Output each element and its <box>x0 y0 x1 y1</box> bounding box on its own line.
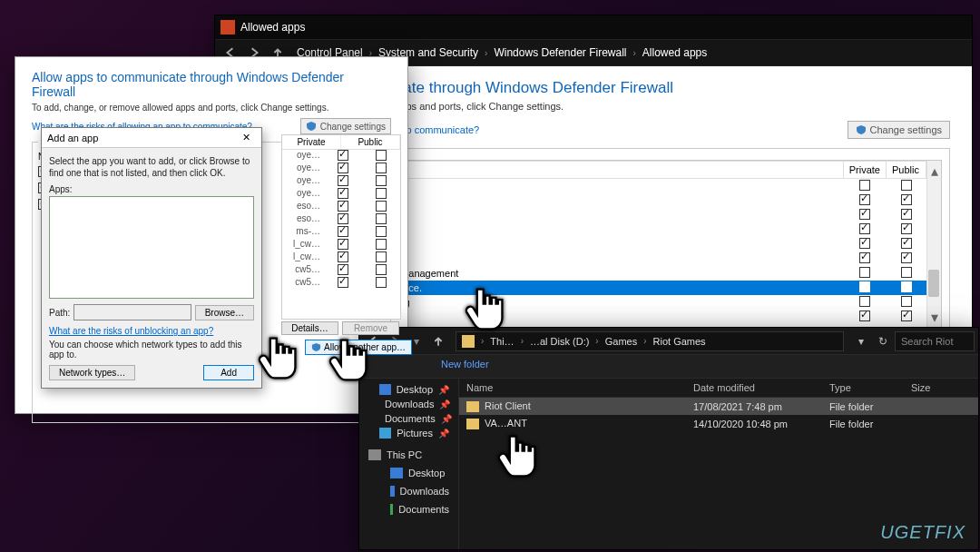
col-private[interactable]: Private <box>282 135 341 149</box>
col-size[interactable]: Size <box>904 379 978 397</box>
checkbox-icon[interactable] <box>376 226 387 237</box>
file-name: VA…ANT <box>485 418 527 429</box>
checkbox-private[interactable] <box>859 209 870 220</box>
crumb[interactable]: Thi… <box>486 336 517 347</box>
file-row[interactable]: Riot Client 17/08/2021 7:48 pm File fold… <box>459 398 978 415</box>
network-types-button[interactable]: Network types… <box>49 365 135 380</box>
path-input[interactable] <box>74 304 191 320</box>
checkbox-icon[interactable] <box>376 264 387 275</box>
scrollbar[interactable]: ▴ ▾ <box>926 161 941 328</box>
scrollbar-thumb[interactable] <box>928 270 939 297</box>
checkbox-private[interactable] <box>859 267 870 278</box>
checkbox-icon[interactable] <box>338 264 348 275</box>
allow-another-app-button[interactable]: Allow another app… <box>305 340 412 355</box>
checkbox-icon[interactable] <box>338 251 348 262</box>
checkbox-public[interactable] <box>901 296 912 307</box>
sidebar-item[interactable]: Pictures📌 <box>359 426 458 440</box>
change-settings-button[interactable]: Change settings <box>300 118 391 134</box>
checkbox-icon[interactable] <box>376 277 387 288</box>
dialog-title: Add an app <box>47 133 98 143</box>
sidebar-item[interactable]: Documents <box>359 502 458 517</box>
checkbox-icon[interactable] <box>376 251 387 262</box>
sidebar-item-thispc[interactable]: This PC <box>359 448 458 462</box>
checkbox-public[interactable] <box>901 267 912 278</box>
checkbox-icon[interactable] <box>338 175 348 186</box>
sidebar-item[interactable]: Desktop <box>359 466 458 480</box>
titlebar[interactable]: Allowed apps <box>215 15 972 39</box>
checkbox-icon[interactable] <box>376 150 387 161</box>
checkbox-private[interactable] <box>859 194 870 205</box>
details-button[interactable]: Details… <box>281 321 338 335</box>
checkbox-private[interactable] <box>859 310 870 321</box>
checkbox-public[interactable] <box>901 252 912 263</box>
search-input[interactable]: Search Riot <box>895 331 975 351</box>
crumb[interactable]: Windows Defender Firewall <box>490 46 630 59</box>
sidebar-item[interactable]: Downloads <box>359 484 458 498</box>
checkbox-icon[interactable] <box>338 188 348 199</box>
col-public[interactable]: Public <box>341 135 400 149</box>
checkbox-icon[interactable] <box>338 150 348 161</box>
folder-icon <box>466 401 479 412</box>
checkbox-icon[interactable] <box>338 239 348 250</box>
checkbox-public[interactable] <box>901 238 912 249</box>
file-row[interactable]: VA…ANT 14/10/2020 10:48 pm File folder <box>459 415 978 432</box>
checkbox-private[interactable] <box>859 180 870 191</box>
checkbox-icon[interactable] <box>376 239 387 250</box>
checkbox-icon[interactable] <box>376 188 387 199</box>
col-name[interactable]: Name <box>459 379 686 397</box>
checkbox-public[interactable] <box>901 223 912 234</box>
col-private[interactable]: Private <box>843 162 886 179</box>
remove-button[interactable]: Remove <box>342 321 399 335</box>
close-icon[interactable]: ✕ <box>236 132 256 143</box>
checkbox-icon[interactable] <box>338 163 348 173</box>
checkbox-private[interactable] <box>859 252 870 263</box>
navigation-pane[interactable]: Desktop📌Downloads📌Documents📌Pictures📌 Th… <box>359 379 459 549</box>
folder-icon <box>390 486 395 497</box>
checkbox-icon[interactable] <box>338 277 348 288</box>
checkbox-icon[interactable] <box>338 226 348 237</box>
checkbox-icon[interactable] <box>376 213 387 224</box>
file-type: File folder <box>822 399 904 415</box>
sidebar-item[interactable]: Documents📌 <box>359 411 458 426</box>
checkbox-icon[interactable] <box>376 163 387 173</box>
checkbox-public[interactable] <box>901 209 912 220</box>
up-arrow-icon[interactable] <box>428 331 448 351</box>
choose-network-text: You can choose which network types to ad… <box>49 340 254 360</box>
col-public[interactable]: Public <box>887 162 926 179</box>
checkbox-public[interactable] <box>901 194 912 205</box>
apps-listbox[interactable] <box>49 196 254 299</box>
checkbox-private[interactable] <box>859 281 870 292</box>
shield-icon <box>856 124 867 135</box>
file-size <box>904 404 978 409</box>
refresh-icon[interactable]: ↻ <box>873 331 893 351</box>
crumb[interactable]: Allowed apps <box>639 46 710 59</box>
checkbox-public[interactable] <box>901 281 912 292</box>
dropdown-icon[interactable]: ▾ <box>851 331 871 351</box>
dialog-titlebar[interactable]: Add an app ✕ <box>42 128 261 148</box>
crumb[interactable]: Games <box>602 336 641 347</box>
pin-icon: 📌 <box>438 385 449 395</box>
checkbox-public[interactable] <box>901 180 912 191</box>
sidebar-item[interactable]: Desktop📌 <box>359 382 458 397</box>
checkbox-public[interactable] <box>901 310 912 321</box>
checkbox-icon[interactable] <box>338 201 348 212</box>
checkbox-private[interactable] <box>859 296 870 307</box>
chevron-right-icon: › <box>480 336 485 346</box>
checkbox-private[interactable] <box>859 223 870 234</box>
address-bar[interactable]: › Thi…› …al Disk (D:)› Games› Riot Games <box>456 331 844 351</box>
change-settings-button[interactable]: Change settings <box>848 121 951 139</box>
checkbox-private[interactable] <box>859 238 870 249</box>
checkbox-icon[interactable] <box>338 213 348 224</box>
folder-icon <box>379 384 391 395</box>
sidebar-item[interactable]: Downloads📌 <box>359 397 458 411</box>
crumb[interactable]: Riot Games <box>650 336 710 347</box>
checkbox-icon[interactable] <box>376 201 387 212</box>
browse-button[interactable]: Browse… <box>195 305 254 320</box>
col-type[interactable]: Type <box>822 379 904 397</box>
checkbox-icon[interactable] <box>376 175 387 186</box>
new-folder-button[interactable]: New folder <box>441 359 489 370</box>
unblock-risks-link[interactable]: What are the risks of unblocking an app? <box>49 326 254 336</box>
col-date[interactable]: Date modified <box>686 379 822 397</box>
crumb[interactable]: …al Disk (D:) <box>526 336 593 347</box>
add-button[interactable]: Add <box>203 365 254 380</box>
